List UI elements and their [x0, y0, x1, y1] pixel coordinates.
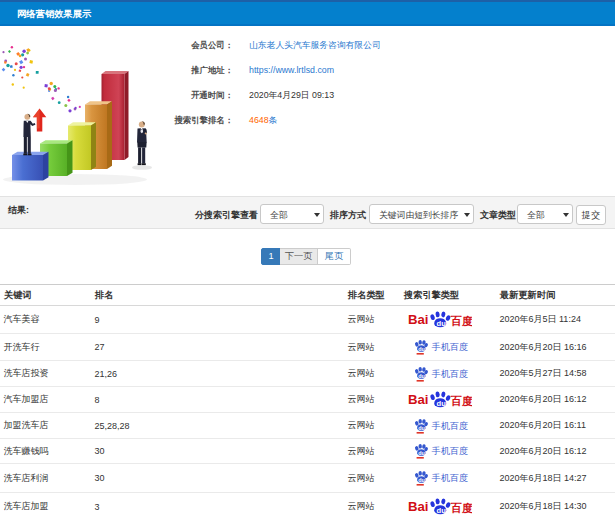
- svg-text:百度: 百度: [449, 502, 471, 514]
- svg-text:Bai: Bai: [408, 312, 429, 327]
- svg-text:du: du: [436, 399, 446, 408]
- svg-text:Bai: Bai: [408, 392, 429, 407]
- svg-text:Bai: Bai: [408, 500, 429, 515]
- svg-text:du: du: [418, 346, 425, 352]
- svg-text:du: du: [418, 425, 425, 431]
- svg-text:百度: 百度: [449, 315, 471, 327]
- svg-text:du: du: [418, 450, 425, 456]
- svg-text:du: du: [436, 506, 446, 515]
- svg-text:du: du: [418, 373, 425, 379]
- svg-text:du: du: [418, 477, 425, 483]
- svg-text:du: du: [436, 319, 446, 328]
- svg-text:百度: 百度: [449, 395, 471, 407]
